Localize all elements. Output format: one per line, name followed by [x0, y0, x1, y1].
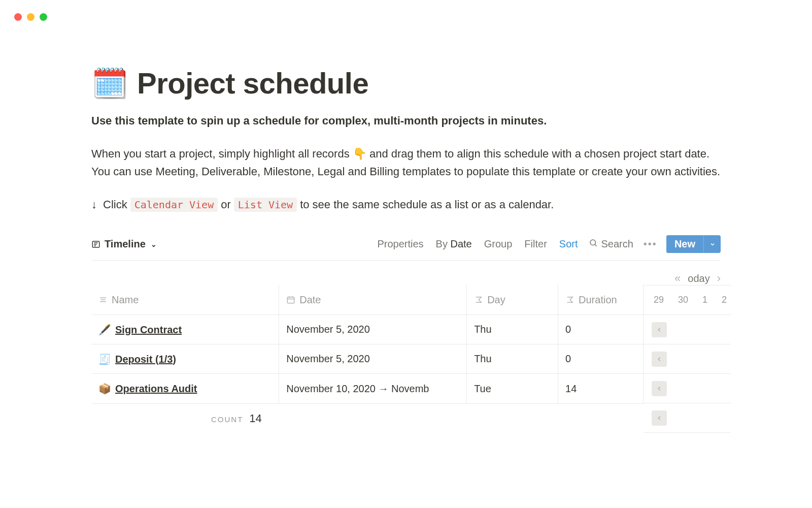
today-button[interactable]: oday	[688, 273, 709, 284]
search-button[interactable]: Search	[584, 236, 638, 252]
page-body: 🗓️ Project schedule Use this template to…	[0, 0, 812, 433]
desc-pre: When you start a project, simply highlig…	[91, 147, 353, 160]
next-page-button[interactable]: ›	[717, 272, 721, 285]
table-header-row: Name Date	[91, 285, 644, 314]
database-toolbar: Timeline ⌄ Properties By Date Group Filt…	[91, 235, 721, 261]
table-row[interactable]: 📦Operations Audit November 10, 2020 → No…	[91, 374, 644, 403]
timeline-bar-handle[interactable]	[652, 352, 667, 367]
page-title[interactable]: Project schedule	[137, 66, 368, 100]
by-label: By	[436, 238, 448, 249]
timeline-day[interactable]: 2	[722, 295, 727, 305]
package-icon: 📦	[98, 383, 111, 394]
database-table: Name Date	[91, 285, 644, 433]
timeline-day[interactable]: 1	[702, 295, 707, 305]
page-title-row: 🗓️ Project schedule	[91, 66, 721, 100]
row-day: Tue	[467, 374, 558, 403]
row-duration: 0	[558, 344, 644, 374]
row-date[interactable]: November 5, 2020	[279, 344, 467, 374]
column-date-label: Date	[299, 294, 321, 306]
window-minimize-icon[interactable]	[27, 13, 35, 21]
page-description[interactable]: When you start a project, simply highlig…	[91, 145, 721, 180]
timeline-bar-handle[interactable]	[652, 322, 667, 337]
svg-point-4	[590, 240, 596, 245]
new-dropdown[interactable]	[703, 235, 721, 253]
row-date[interactable]: November 10, 2020 → Novemb	[279, 374, 467, 403]
window-close-icon[interactable]	[14, 13, 22, 21]
column-day-label: Day	[487, 294, 505, 306]
row-duration: 14	[558, 374, 644, 403]
timeline-nav: « oday ›	[91, 261, 721, 285]
svg-rect-6	[287, 297, 294, 303]
window-maximize-icon[interactable]	[40, 13, 47, 21]
window-controls	[14, 13, 47, 21]
row-title[interactable]: Sign Contract	[115, 324, 182, 335]
point-down-icon: 👇	[353, 147, 366, 160]
properties-button[interactable]: Properties	[371, 236, 429, 252]
table-row[interactable]: 🧾Deposit (1/3) November 5, 2020 Thu 0	[91, 344, 644, 374]
prev-page-button[interactable]: «	[674, 272, 681, 285]
calendar-view-chip[interactable]: Calendar View	[130, 198, 218, 212]
hint-click: Click	[103, 198, 127, 211]
timeline-bar-handle[interactable]	[652, 381, 667, 396]
row-day: Thu	[467, 344, 558, 374]
row-title[interactable]: Deposit (1/3)	[115, 354, 176, 365]
count-label: COUNT	[211, 415, 243, 424]
formula-icon	[474, 295, 483, 304]
view-label: Timeline	[105, 238, 146, 250]
arrow-down-icon: ↓	[91, 198, 97, 211]
view-switcher[interactable]: Timeline ⌄	[91, 238, 157, 250]
list-view-chip[interactable]: List View	[234, 198, 297, 212]
view-hint: ↓ Click Calendar View or List View to se…	[91, 198, 721, 212]
search-label: Search	[601, 238, 633, 250]
new-label: New	[666, 235, 703, 253]
page-icon[interactable]: 🗓️	[91, 69, 128, 98]
receipt-icon: 🧾	[98, 354, 111, 365]
table-footer-row: COUNT 14	[91, 403, 644, 433]
database-body: Name Date	[91, 285, 721, 433]
sort-button[interactable]: Sort	[553, 236, 584, 252]
row-date[interactable]: November 5, 2020	[279, 314, 467, 344]
page-subtitle[interactable]: Use this template to spin up a schedule …	[91, 114, 721, 128]
column-day[interactable]: Day	[467, 285, 558, 314]
column-duration[interactable]: Duration	[558, 285, 644, 314]
group-button[interactable]: Group	[478, 236, 519, 252]
hint-or: or	[221, 198, 231, 211]
timeline-day[interactable]: 29	[654, 295, 664, 305]
by-field: Date	[451, 238, 472, 249]
hint-tail: to see the same schedule as a list or as…	[300, 198, 554, 211]
text-property-icon	[98, 295, 108, 304]
timeline-row[interactable]	[644, 315, 731, 344]
svg-line-5	[595, 245, 597, 246]
pen-icon: 🖋️	[98, 324, 111, 335]
row-duration: 0	[558, 314, 644, 344]
group-by-button[interactable]: By Date	[430, 236, 478, 252]
column-name-label: Name	[112, 294, 139, 306]
search-icon	[589, 238, 598, 250]
timeline-row[interactable]	[644, 403, 731, 433]
timeline-dates-header: 29 30 1 2	[644, 285, 731, 315]
table-row[interactable]: 🖋️Sign Contract November 5, 2020 Thu 0	[91, 314, 644, 344]
column-date[interactable]: Date	[279, 285, 467, 314]
column-name[interactable]: Name	[91, 285, 279, 314]
timeline-icon	[91, 240, 100, 249]
formula-icon	[565, 295, 574, 304]
timeline-panel[interactable]: 29 30 1 2	[644, 285, 731, 433]
row-title[interactable]: Operations Audit	[115, 383, 197, 394]
timeline-bar-handle[interactable]	[652, 410, 667, 426]
new-button[interactable]: New	[666, 235, 721, 253]
row-day: Thu	[467, 314, 558, 344]
column-duration-label: Duration	[579, 294, 617, 306]
timeline-row[interactable]	[644, 374, 731, 403]
filter-button[interactable]: Filter	[518, 236, 553, 252]
more-options-button[interactable]: •••	[638, 236, 662, 252]
timeline-row[interactable]	[644, 344, 731, 374]
calendar-icon	[286, 295, 295, 304]
chevron-down-icon: ⌄	[151, 240, 157, 248]
count-value: 14	[249, 412, 261, 425]
timeline-day[interactable]: 30	[678, 295, 688, 305]
